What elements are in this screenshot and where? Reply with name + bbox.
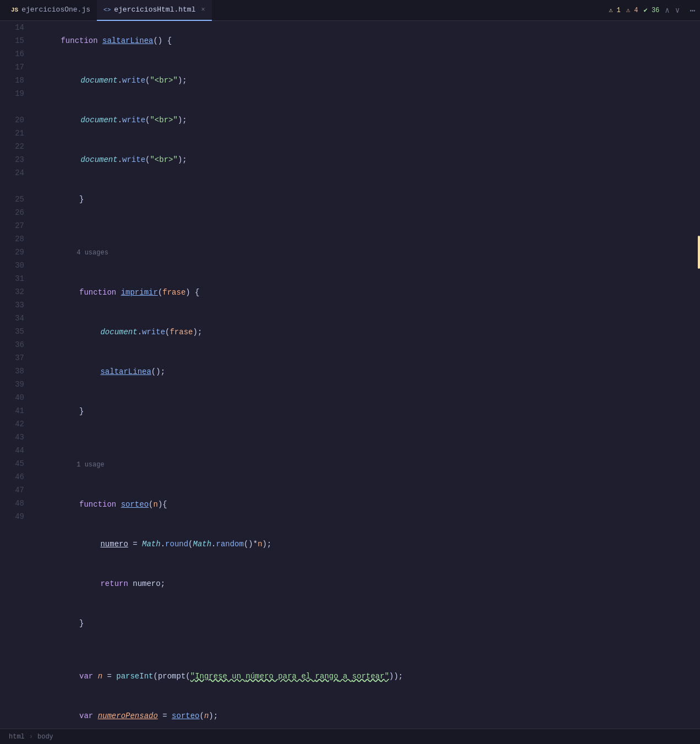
code-line-20: function imprimir(frase) {	[33, 273, 691, 312]
code-line-25: function sorteo(n){	[33, 485, 691, 524]
code-line-21: document.write(frase);	[33, 312, 691, 352]
html-icon: <>	[103, 7, 111, 13]
code-hint-1usage: 1 usage	[33, 444, 691, 485]
code-line-23: }	[33, 392, 691, 431]
code-line-24	[33, 431, 691, 444]
warning-badge-1: ⚠ 1	[609, 6, 621, 14]
scrollbar-indicator[interactable]	[698, 236, 700, 269]
code-line-18: }	[33, 180, 691, 219]
code-line-30: var n = parseInt(prompt("Ingrese un núme…	[33, 656, 691, 696]
breadcrumb-body: body	[37, 733, 53, 741]
warning-badge-4: ⚠ 4	[626, 6, 638, 14]
tab-js-label: ejerciciosOne.js	[21, 6, 90, 14]
line-numbers: 14 15 16 17 18 19 20 21 22 23 24 25 26 2…	[0, 21, 29, 729]
chevron-up-icon[interactable]: ∧	[665, 6, 669, 15]
code-line-17: document.write("<br>");	[33, 140, 691, 180]
code-line-26: numero = Math.round(Math.random()*n);	[33, 524, 691, 564]
code-line-19	[33, 219, 691, 232]
code-line-16: document.write("<br>");	[33, 100, 691, 140]
tab-html[interactable]: <> ejerciciosHtml.html ×	[97, 0, 212, 21]
code-line-31: var numeroPensado = sorteo(n);	[33, 696, 691, 729]
code-hint-4usages: 4 usages	[33, 232, 691, 273]
close-tab-icon[interactable]: ×	[201, 6, 205, 14]
editor-container: 14 15 16 17 18 19 20 21 22 23 24 25 26 2…	[0, 21, 700, 729]
status-bar: html › body	[0, 729, 700, 744]
code-line-27: return numero;	[33, 564, 691, 604]
tab-bar: JS ejerciciosOne.js <> ejerciciosHtml.ht…	[0, 0, 700, 21]
code-line-29	[33, 643, 691, 656]
chevron-down-icon[interactable]: ∨	[675, 6, 680, 15]
code-line-22: saltarLinea();	[33, 352, 691, 392]
code-area: function saltarLinea() { document.write(…	[29, 21, 700, 729]
check-badge-36: ✔ 36	[643, 6, 659, 14]
more-options-icon[interactable]: ⋯	[690, 4, 696, 17]
code-line-28: }	[33, 604, 691, 643]
code-line-14: function saltarLinea() {	[33, 21, 691, 61]
breadcrumb-separator: ›	[29, 733, 33, 741]
code-line-15: document.write("<br>");	[33, 61, 691, 100]
js-icon: JS	[11, 7, 18, 13]
tab-html-label: ejerciciosHtml.html	[114, 6, 195, 14]
breadcrumb-html: html	[9, 733, 25, 741]
tab-js[interactable]: JS ejerciciosOne.js	[4, 0, 97, 21]
